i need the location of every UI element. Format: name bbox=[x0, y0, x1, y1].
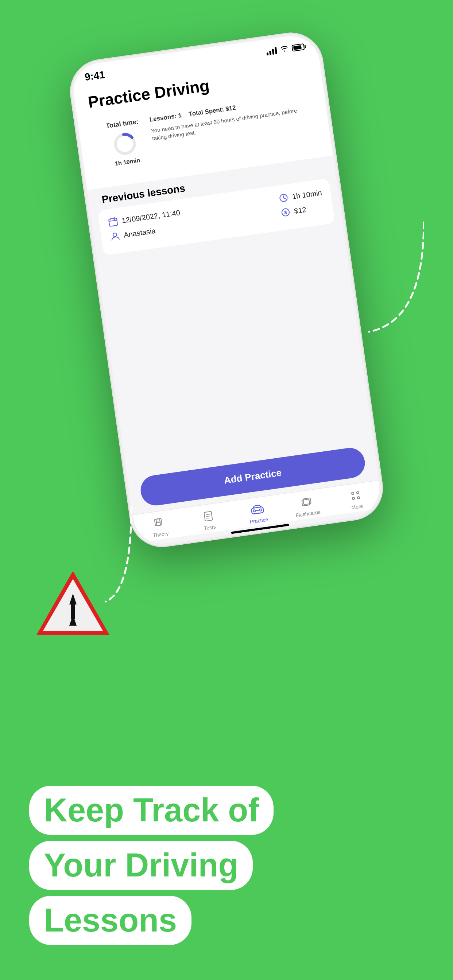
person-icon bbox=[109, 231, 121, 242]
lessons-text: Lessons bbox=[44, 902, 177, 939]
battery-icon bbox=[292, 43, 305, 52]
svg-point-28 bbox=[353, 497, 355, 500]
nav-item-practice[interactable]: Practice bbox=[232, 500, 284, 527]
svg-line-17 bbox=[206, 514, 210, 515]
nav-label-flashcards: Flashcards bbox=[295, 509, 321, 518]
flashcards-icon bbox=[299, 495, 314, 510]
svg-line-19 bbox=[206, 518, 209, 519]
svg-line-18 bbox=[206, 516, 211, 517]
svg-point-26 bbox=[352, 492, 354, 495]
svg-rect-2 bbox=[109, 218, 118, 226]
keep-track-text: Keep Track of bbox=[44, 792, 259, 828]
svg-line-5 bbox=[114, 218, 115, 220]
total-time-label: Total time: bbox=[105, 118, 139, 130]
phone-outer: 9:41 bbox=[65, 29, 387, 551]
screen-content: Practice Driving Total time: bbox=[73, 54, 383, 547]
svg-point-22 bbox=[260, 509, 262, 511]
status-time: 9:41 bbox=[84, 69, 106, 83]
svg-line-23 bbox=[256, 510, 259, 511]
lessons-count: Lessons: 1 bbox=[149, 112, 182, 124]
donut-chart bbox=[110, 129, 139, 158]
lesson-date: 12/09/2022, 11:40 bbox=[121, 208, 180, 224]
calendar-icon bbox=[107, 216, 119, 228]
nav-item-flashcards[interactable]: Flashcards bbox=[281, 493, 333, 520]
phone-inner: 9:41 bbox=[70, 32, 383, 547]
nav-item-more[interactable]: More bbox=[330, 485, 382, 513]
svg-rect-35 bbox=[71, 606, 75, 619]
your-driving-text: Your Driving bbox=[44, 847, 238, 883]
lesson-instructor: Anastasia bbox=[123, 226, 156, 239]
wifi-icon bbox=[280, 45, 289, 54]
nav-label-tests: Tests bbox=[204, 524, 216, 531]
svg-point-27 bbox=[357, 492, 359, 494]
lessons-section: Previous lessons bbox=[87, 156, 378, 515]
text-badge-line2: Your Driving bbox=[29, 841, 253, 890]
dashed-line-bottom bbox=[102, 503, 161, 605]
status-icons bbox=[266, 42, 305, 56]
practice-icon bbox=[250, 502, 265, 517]
total-time-section: Total time: 1h 10min bbox=[100, 117, 150, 168]
lesson-cost-row: $ $12 bbox=[280, 205, 307, 218]
more-icon bbox=[348, 488, 363, 503]
warning-sign bbox=[37, 572, 109, 637]
total-time-value: 1h 10min bbox=[115, 157, 140, 167]
svg-point-21 bbox=[253, 510, 256, 512]
svg-rect-25 bbox=[303, 498, 311, 505]
bottom-text-section: Keep Track of Your Driving Lessons bbox=[29, 786, 424, 951]
phone-mockup: 9:41 bbox=[65, 29, 387, 551]
text-badge-line1: Keep Track of bbox=[29, 786, 274, 835]
svg-line-9 bbox=[283, 197, 285, 199]
lesson-right: 1h 10min $ $12 bbox=[278, 188, 325, 223]
dollar-icon: $ bbox=[280, 207, 292, 218]
text-badge-line3: Lessons bbox=[29, 896, 191, 945]
signal-icon bbox=[266, 47, 278, 56]
svg-point-29 bbox=[357, 496, 360, 499]
nav-label-practice: Practice bbox=[249, 516, 268, 525]
svg-text:$: $ bbox=[284, 210, 287, 215]
svg-line-4 bbox=[111, 218, 111, 220]
svg-line-3 bbox=[109, 220, 117, 221]
clock-icon bbox=[278, 192, 289, 204]
lesson-duration-row: 1h 10min bbox=[278, 188, 322, 204]
svg-point-6 bbox=[113, 232, 117, 237]
lesson-cost: $12 bbox=[293, 205, 307, 215]
nav-label-more: More bbox=[351, 503, 363, 511]
tests-icon bbox=[201, 509, 216, 524]
nav-item-tests[interactable]: Tests bbox=[183, 506, 235, 534]
dashed-line-top bbox=[365, 219, 424, 336]
lesson-duration: 1h 10min bbox=[292, 188, 322, 201]
